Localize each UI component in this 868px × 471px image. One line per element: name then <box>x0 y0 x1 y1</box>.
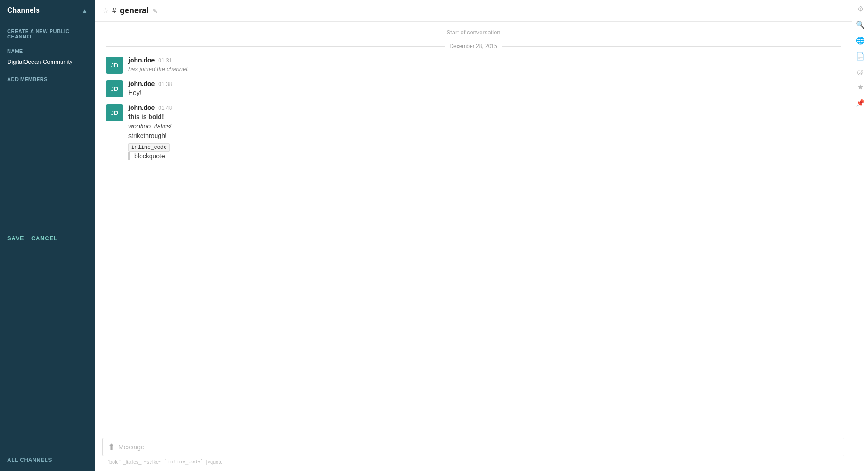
message-content: john.doe 01:31 has joined the channel. <box>128 57 841 74</box>
divider-line-left <box>106 46 445 47</box>
format-hint-bold: "bold" <box>108 459 121 465</box>
message-code-block: inline_code <box>128 143 841 151</box>
format-hint-italics: _italics_ <box>123 459 142 465</box>
message-author: john.doe <box>128 104 155 111</box>
chat-body: Start of conversation December 28, 2015 … <box>95 22 852 433</box>
message-input-row: ⬆ <box>102 438 844 456</box>
form-section-name: NAME <box>7 48 88 67</box>
message-header: john.doe 01:31 <box>128 57 841 64</box>
message-time: 01:31 <box>158 57 172 64</box>
message-time: 01:48 <box>158 105 172 111</box>
message-time: 01:38 <box>158 81 172 87</box>
hash-icon: # <box>112 7 116 15</box>
form-section-create: CREATE A NEW PUBLIC CHANNEL <box>7 29 88 39</box>
chat-header: ☆ # general ✎ <box>95 0 852 22</box>
globe-icon[interactable]: 🌐 <box>856 36 865 45</box>
date-divider: December 28, 2015 <box>106 43 841 49</box>
format-hint-code: `inline_code` <box>165 459 203 465</box>
message-author: john.doe <box>128 80 155 87</box>
message-header: john.doe 01:48 <box>128 104 841 111</box>
channel-name: general <box>120 6 149 15</box>
upload-button[interactable]: ⬆ <box>108 442 115 452</box>
message-input-area: ⬆ "bold" _italics_ ~strike~ `inline_code… <box>95 433 852 471</box>
divider-line-right <box>502 46 841 47</box>
sidebar-footer: ALL CHANNELS <box>0 448 95 471</box>
cancel-button[interactable]: CANCEL <box>31 235 57 242</box>
sidebar-header: Channels ▲ <box>0 0 95 21</box>
sidebar: Channels ▲ CREATE A NEW PUBLIC CHANNEL N… <box>0 0 95 471</box>
file-icon[interactable]: 📄 <box>856 52 865 61</box>
sidebar-title: Channels <box>7 6 40 14</box>
message-blockquote: blockquote <box>128 152 841 160</box>
message-text-italic: woohoo, italics! <box>128 122 841 131</box>
sidebar-collapse-button[interactable]: ▲ <box>81 7 88 14</box>
add-members-input[interactable] <box>7 85 88 95</box>
format-hint-quote: |>quote <box>206 459 223 465</box>
message-author: john.doe <box>128 57 155 64</box>
inline-code: inline_code <box>128 143 170 152</box>
message-text-bold: this is bold! <box>128 112 841 122</box>
date-divider-text: December 28, 2015 <box>449 43 497 49</box>
right-sidebar: ⚙ 🔍 🌐 📄 @ ★ 📌 <box>852 0 868 471</box>
message-text: Hey! <box>128 88 841 98</box>
edit-channel-icon[interactable]: ✎ <box>152 7 158 14</box>
message-input[interactable] <box>118 443 839 451</box>
save-button[interactable]: SAVE <box>7 235 24 242</box>
message-group: JD john.doe 01:31 has joined the channel… <box>106 57 841 74</box>
create-channel-heading: CREATE A NEW PUBLIC CHANNEL <box>7 29 88 39</box>
gear-icon[interactable]: ⚙ <box>857 5 863 13</box>
message-content: john.doe 01:38 Hey! <box>128 80 841 98</box>
start-of-conversation: Start of conversation <box>106 29 841 36</box>
all-channels-link[interactable]: ALL CHANNELS <box>7 457 52 463</box>
format-hints: "bold" _italics_ ~strike~ `inline_code` … <box>102 459 844 466</box>
message-header: john.doe 01:38 <box>128 80 841 87</box>
at-icon[interactable]: @ <box>857 68 863 76</box>
star-icon[interactable]: ★ <box>857 83 863 91</box>
add-members-label: ADD MEMBERS <box>7 76 88 82</box>
channel-name-input[interactable] <box>7 57 88 67</box>
format-hint-strike: ~strike~ <box>144 459 161 465</box>
message-text-strikethrough: strikethrough! <box>128 131 841 141</box>
sidebar-actions: SAVE CANCEL <box>0 235 95 249</box>
pin-icon[interactable]: 📌 <box>856 99 865 107</box>
message-text: has joined the channel. <box>128 65 841 74</box>
avatar: JD <box>106 57 123 74</box>
avatar: JD <box>106 80 123 97</box>
new-channel-form: CREATE A NEW PUBLIC CHANNEL NAME ADD MEM… <box>0 21 95 235</box>
favorite-icon[interactable]: ☆ <box>102 6 108 15</box>
search-icon[interactable]: 🔍 <box>856 20 865 29</box>
avatar: JD <box>106 104 123 121</box>
message-content: john.doe 01:48 this is bold! woohoo, ita… <box>128 104 841 160</box>
form-section-members: ADD MEMBERS <box>7 76 88 95</box>
message-group: JD john.doe 01:38 Hey! <box>106 80 841 98</box>
name-label: NAME <box>7 48 88 54</box>
message-group: JD john.doe 01:48 this is bold! woohoo, … <box>106 104 841 160</box>
main-chat: ☆ # general ✎ Start of conversation Dece… <box>95 0 852 471</box>
